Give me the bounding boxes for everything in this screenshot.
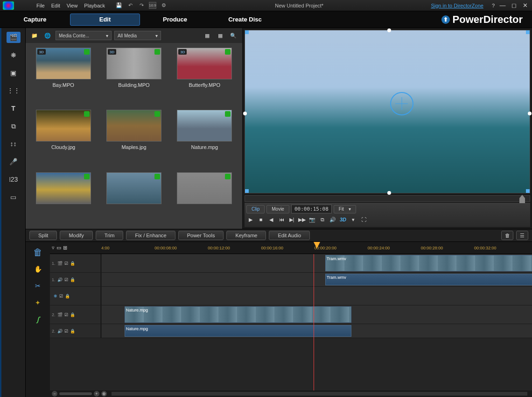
step-back-icon[interactable]: ⏮: [277, 215, 286, 224]
track-lock-icon[interactable]: 🔒: [70, 312, 75, 317]
track-lock-icon[interactable]: 🔒: [70, 261, 75, 266]
track-body[interactable]: Nature.mpg: [101, 324, 532, 338]
title-room-icon[interactable]: T: [7, 103, 21, 114]
media-thumb[interactable]: [30, 172, 96, 224]
track-header[interactable]: 2. 🔊 ☑ 🔒: [50, 324, 101, 338]
help-icon[interactable]: ?: [492, 3, 495, 8]
hand-tool-icon[interactable]: ✋: [31, 263, 45, 275]
ruler-add-icon[interactable]: ⊞: [63, 245, 67, 251]
media-type-dropdown[interactable]: All Media▾: [114, 31, 161, 40]
dual-preview-icon[interactable]: ⧉: [318, 215, 327, 224]
motion-tool-icon[interactable]: ʃ: [31, 314, 45, 325]
media-thumb[interactable]: 3D Building.MPO: [101, 48, 167, 105]
library-view-icon[interactable]: ▦: [215, 30, 225, 41]
track-lock-icon[interactable]: 🔒: [65, 294, 70, 298]
track-body[interactable]: Tram.wmv: [101, 254, 532, 272]
close-icon[interactable]: ✕: [521, 2, 529, 9]
track-body[interactable]: Nature.mpg: [101, 305, 532, 324]
tab-edit[interactable]: Edit: [70, 14, 140, 26]
crop-handle[interactable]: [387, 28, 391, 32]
modify-button[interactable]: Modify: [60, 231, 92, 240]
library-filter-dropdown[interactable]: Media Conte...▾: [56, 31, 112, 40]
media-thumb[interactable]: Maples.jpg: [101, 110, 167, 167]
timeline-ruler[interactable]: ▿ ▭ ⊞ 4:0000:00:08:0000:00:12:0000:00:16…: [50, 242, 532, 254]
zoom-out-icon[interactable]: −: [52, 391, 57, 397]
effect-room-icon[interactable]: ❋: [7, 50, 21, 61]
preview-3d-button[interactable]: 3D: [339, 215, 347, 224]
fix-enhance-button[interactable]: Fix / Enhance: [126, 231, 175, 240]
trash-icon[interactable]: 🗑: [501, 231, 513, 240]
magic-tool-icon[interactable]: ✦: [31, 297, 45, 308]
media-room-icon[interactable]: 🎬: [7, 32, 21, 43]
menu-file[interactable]: File: [36, 3, 45, 8]
media-thumb[interactable]: Nature.mpg: [172, 110, 238, 167]
volume-icon[interactable]: 🔊: [329, 215, 337, 224]
prev-frame-icon[interactable]: ◀: [267, 215, 275, 224]
fast-forward-icon[interactable]: ▶▶: [298, 215, 306, 224]
focus-target-icon[interactable]: [390, 92, 413, 115]
seek-knob[interactable]: [519, 195, 525, 203]
edit-audio-button[interactable]: Edit Audio: [269, 231, 310, 240]
search-icon[interactable]: 🔍: [228, 30, 238, 41]
play-icon[interactable]: ▶: [246, 215, 255, 224]
next-frame-icon[interactable]: ▶|: [287, 215, 296, 224]
save-icon[interactable]: 💾: [115, 2, 123, 9]
stop-icon[interactable]: ■: [257, 215, 265, 224]
trim-button[interactable]: Trim: [96, 231, 124, 240]
timeline-clip[interactable]: Nature.mpg: [125, 325, 351, 337]
split-button[interactable]: Split: [29, 231, 57, 240]
keyframe-button[interactable]: Keyframe: [226, 231, 266, 240]
menu-view[interactable]: View: [67, 3, 78, 8]
timeline-hscrollbar[interactable]: [112, 392, 527, 396]
track-lock-icon[interactable]: 🔒: [70, 329, 75, 333]
menu-edit[interactable]: Edit: [51, 3, 60, 8]
import-media-icon[interactable]: 📁: [29, 30, 40, 41]
timecode-display[interactable]: 00:00:15:08: [291, 205, 332, 213]
subtitle-room-icon[interactable]: ▭: [7, 191, 21, 203]
zoom-slider[interactable]: [59, 392, 92, 395]
transition-room-icon[interactable]: ⧉: [7, 121, 21, 132]
upload-icon[interactable]: ⬆: [441, 15, 450, 24]
media-thumb[interactable]: 3D Bay.MPO: [30, 48, 96, 105]
tab-create-disc[interactable]: Create Disc: [210, 14, 280, 26]
media-thumb[interactable]: 3D Butterfly.MPO: [172, 48, 238, 105]
crop-corner[interactable]: [526, 189, 530, 193]
timeline-clip[interactable]: Nature.mpg: [125, 306, 351, 323]
fit-timeline-icon[interactable]: ⊕: [101, 391, 107, 397]
maximize-icon[interactable]: ◻: [510, 2, 518, 9]
track-header[interactable]: ❋ ☑ 🔒: [50, 287, 101, 305]
timeline-clip[interactable]: Tram.wmv: [325, 274, 532, 285]
minimize-icon[interactable]: —: [498, 2, 507, 9]
track-visible-checkbox[interactable]: ☑: [64, 261, 68, 266]
track-visible-checkbox[interactable]: ☑: [64, 277, 68, 282]
track-header[interactable]: 1. 🔊 ☑ 🔒: [50, 273, 101, 286]
crop-corner[interactable]: [245, 189, 249, 193]
track-body[interactable]: [101, 287, 532, 305]
snapshot-icon[interactable]: 📷: [308, 215, 316, 224]
crop-handle[interactable]: [243, 112, 247, 115]
crop-handle[interactable]: [387, 191, 391, 195]
power-tools-button[interactable]: Power Tools: [178, 231, 224, 240]
preview-viewer[interactable]: [245, 30, 530, 193]
media-thumb[interactable]: [101, 172, 167, 224]
library-menu-icon[interactable]: ▦: [202, 30, 212, 41]
more-options-icon[interactable]: ☰: [516, 231, 528, 240]
chapter-room-icon[interactable]: ⁞23: [7, 174, 21, 185]
particle-room-icon[interactable]: ⋮⋮: [7, 85, 21, 96]
download-media-icon[interactable]: 🌐: [42, 30, 53, 41]
track-visible-checkbox[interactable]: ☑: [64, 329, 68, 333]
aspect-dropdown[interactable]: 16:9: [149, 2, 156, 9]
track-lock-icon[interactable]: 🔒: [70, 277, 75, 282]
preview-seekbar[interactable]: [245, 195, 530, 202]
crop-corner[interactable]: [245, 30, 249, 34]
media-thumb[interactable]: Cloudy.jpg: [30, 110, 96, 167]
ruler-marker-icon[interactable]: ▿: [52, 245, 55, 251]
track-header[interactable]: 2. 🎬 ☑ 🔒: [50, 305, 101, 324]
track-visible-checkbox[interactable]: ☑: [64, 312, 68, 317]
crop-corner[interactable]: [526, 30, 530, 34]
redo-icon[interactable]: ↷: [138, 2, 145, 9]
cut-tool-icon[interactable]: ✂: [31, 280, 45, 291]
signin-link[interactable]: Sign in to DirectorZone: [431, 3, 483, 8]
movie-mode-button[interactable]: Movie: [266, 205, 289, 213]
ruler-view-icon[interactable]: ▭: [56, 245, 61, 251]
